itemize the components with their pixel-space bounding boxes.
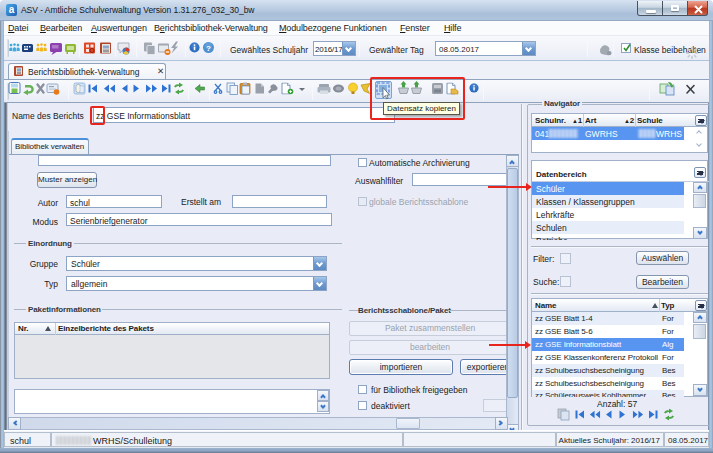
svg-text:?: ? [206,44,211,53]
